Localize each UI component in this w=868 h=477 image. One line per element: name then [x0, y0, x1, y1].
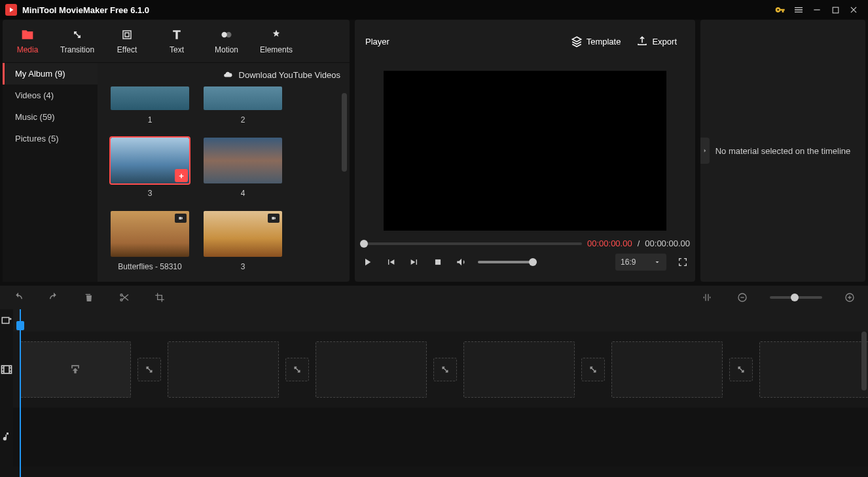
zoom-in-button[interactable]: [842, 290, 858, 305]
sidebar-item-videos[interactable]: Videos (4): [3, 85, 98, 106]
transition-slot[interactable]: [433, 358, 457, 381]
media-thumbnail[interactable]: [204, 138, 282, 183]
media-item[interactable]: + 3: [111, 138, 189, 198]
transition-slot[interactable]: [137, 358, 161, 381]
chevron-right-icon: [702, 147, 708, 154]
minimize-button[interactable]: [808, 0, 826, 20]
media-label: Butterflies - 58310: [118, 262, 181, 271]
layers-icon: [571, 35, 583, 47]
fullscreen-button[interactable]: [676, 255, 690, 269]
transition-slot[interactable]: [285, 358, 309, 381]
delete-button[interactable]: [81, 290, 97, 305]
titlebar: MiniTool MovieMaker Free 6.1.0: [0, 0, 868, 20]
video-badge-icon: [175, 214, 187, 223]
tab-elements[interactable]: Elements: [251, 20, 301, 62]
media-thumbnail[interactable]: [204, 86, 282, 110]
player-panel: Player Template Export 00:00:00.00 / 00:…: [355, 20, 695, 282]
chevron-down-icon: [653, 258, 661, 266]
clip-slot[interactable]: [611, 341, 723, 398]
media-item[interactable]: 3: [204, 211, 282, 271]
elements-icon: [270, 28, 283, 41]
split-button[interactable]: [117, 290, 132, 305]
tab-media[interactable]: Media: [3, 20, 52, 62]
clip-slot[interactable]: [463, 341, 575, 398]
tab-transition[interactable]: Transition: [52, 20, 102, 62]
play-button[interactable]: [360, 255, 374, 269]
add-to-timeline-button[interactable]: +: [175, 169, 188, 182]
volume-button[interactable]: [454, 255, 469, 269]
timeline-ruler[interactable]: [13, 309, 868, 332]
clip-slot[interactable]: [168, 341, 279, 398]
undo-button[interactable]: [10, 290, 26, 305]
redo-button[interactable]: [46, 290, 62, 305]
export-button[interactable]: Export: [628, 35, 685, 47]
svg-rect-5: [435, 259, 441, 265]
media-thumbnail[interactable]: +: [111, 138, 189, 183]
tab-label: Elements: [260, 45, 293, 54]
player-preview[interactable]: [384, 71, 666, 231]
transition-slot[interactable]: [581, 358, 605, 381]
timeline: [0, 309, 868, 477]
download-youtube-link[interactable]: Download YouTube Videos: [98, 63, 350, 86]
seek-slider[interactable]: [360, 242, 582, 245]
svg-point-6: [120, 294, 122, 296]
main-tabs: Media Transition Effect Text Motion Elem…: [3, 20, 350, 63]
media-label: 3: [148, 189, 153, 198]
media-label: 2: [241, 115, 245, 124]
sidebar-item-music[interactable]: Music (59): [3, 106, 98, 128]
zoom-slider[interactable]: [770, 296, 822, 299]
timeline-toolbar: [0, 286, 868, 309]
media-thumbnail[interactable]: [204, 211, 282, 257]
crop-button[interactable]: [152, 290, 168, 305]
tab-effect[interactable]: Effect: [102, 20, 152, 62]
tab-text[interactable]: Text: [152, 20, 202, 62]
template-button[interactable]: Template: [563, 35, 629, 47]
fit-button[interactable]: [699, 290, 715, 305]
clip-slot[interactable]: [759, 341, 868, 398]
properties-panel: No material selected on the timeline: [700, 20, 865, 282]
transition-slot[interactable]: [729, 358, 753, 381]
export-icon: [636, 35, 648, 47]
tab-label: Text: [170, 45, 184, 54]
prev-frame-button[interactable]: [384, 255, 398, 269]
upgrade-key-icon[interactable]: [771, 0, 789, 20]
sidebar-item-my-album[interactable]: My Album (9): [3, 63, 98, 85]
volume-slider[interactable]: [478, 261, 537, 263]
svg-rect-10: [2, 318, 9, 324]
aspect-ratio-select[interactable]: 16:9: [615, 254, 666, 271]
tab-label: Transition: [60, 45, 94, 54]
media-item[interactable]: Butterflies - 58310: [111, 211, 189, 271]
media-scrollbar[interactable]: [342, 93, 347, 172]
playhead[interactable]: [20, 309, 21, 477]
media-item[interactable]: 2: [204, 86, 282, 124]
media-panel: Media Transition Effect Text Motion Elem…: [3, 20, 350, 282]
no-selection-message: No material selected on the timeline: [715, 146, 851, 156]
zoom-out-button[interactable]: [734, 290, 750, 305]
media-thumbnail[interactable]: [111, 211, 189, 257]
maximize-button[interactable]: [826, 0, 844, 20]
folder-icon: [21, 28, 34, 41]
video-track[interactable]: [13, 332, 868, 408]
media-item[interactable]: 1: [111, 86, 189, 124]
stop-button[interactable]: [431, 255, 445, 269]
time-current: 00:00:00.00: [587, 238, 632, 248]
import-icon: [69, 363, 82, 376]
media-item[interactable]: 4: [204, 138, 282, 198]
media-thumbnail[interactable]: [111, 86, 189, 110]
menu-icon[interactable]: [789, 0, 808, 20]
close-button[interactable]: [844, 0, 863, 20]
clip-slot[interactable]: [316, 341, 427, 398]
sidebar-item-pictures[interactable]: Pictures (5): [3, 128, 98, 149]
clip-slot[interactable]: [20, 341, 131, 398]
next-frame-button[interactable]: [407, 255, 422, 269]
tab-motion[interactable]: Motion: [202, 20, 251, 62]
expand-panel-button[interactable]: [700, 138, 710, 164]
export-label: Export: [652, 37, 677, 47]
timeline-scrollbar[interactable]: [861, 332, 867, 391]
media-sidebar: My Album (9) Videos (4) Music (59) Pictu…: [3, 63, 98, 282]
tab-label: Effect: [117, 45, 137, 54]
audio-track-icon: [0, 408, 13, 467]
add-track-button[interactable]: [0, 309, 13, 332]
audio-track[interactable]: [13, 408, 868, 467]
app-title: MiniTool MovieMaker Free 6.1.0: [22, 5, 149, 15]
